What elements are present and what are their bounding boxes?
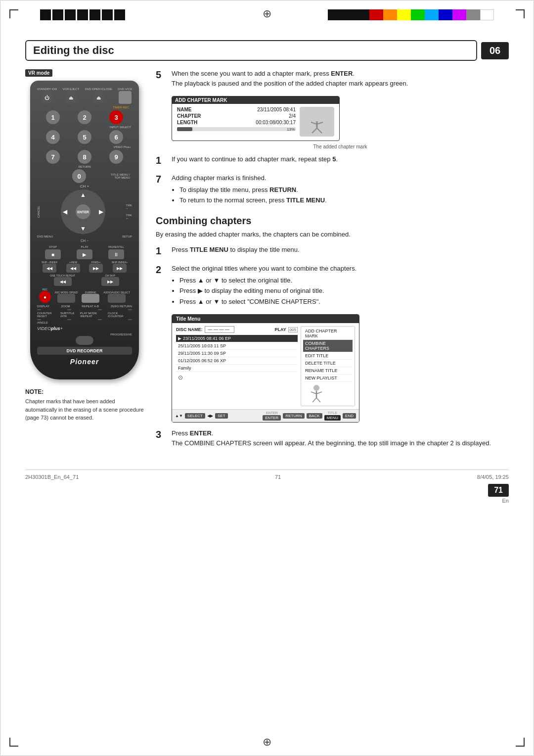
item-005: 005 bbox=[288, 327, 298, 332]
remote-control: STANDBY /ON ⏻ VCR EJECT ⏏ DVD OPEN /CLOS… bbox=[30, 81, 139, 379]
header-section: Editing the disc 06 bbox=[25, 40, 509, 61]
step-7-bullets: To display the title menu, press RETURN.… bbox=[172, 185, 509, 205]
dvd-open-close-button[interactable]: ⏏ bbox=[92, 91, 105, 104]
add-chapter-chapter-row: CHAPTER 2/4 bbox=[177, 113, 296, 119]
vcr-eject-button[interactable]: ⏏ bbox=[64, 91, 77, 104]
one-touch-repeat-button[interactable]: ◀◀ bbox=[54, 277, 72, 286]
stop-button[interactable]: ■ bbox=[45, 249, 61, 259]
num-4-button[interactable]: 4 bbox=[46, 130, 60, 144]
combining-step-2-bullets: Press ▲ or ▼ to select the original titl… bbox=[172, 276, 509, 307]
title-option-add-chapter[interactable]: ADD CHAPTER MARK bbox=[303, 328, 353, 340]
cm-skip-button[interactable]: ▶▶ bbox=[101, 277, 119, 286]
step-6-bold: 5 bbox=[332, 155, 336, 163]
skip-fwd-button[interactable]: ▶▶ bbox=[113, 264, 127, 273]
combining-step-3-number: 3 bbox=[156, 428, 167, 440]
ch-plus-label: CH + bbox=[37, 184, 132, 189]
combining-step-1-number: 1 bbox=[156, 245, 167, 257]
subtitle-button[interactable] bbox=[67, 319, 71, 320]
ffwd-button[interactable]: ▶▶ bbox=[89, 264, 103, 273]
title-option-combine[interactable]: COMBINE CHAPTERS bbox=[303, 340, 353, 352]
page-title: Editing the disc bbox=[25, 40, 477, 61]
title-option-delete[interactable]: DELETE TITLE bbox=[303, 360, 353, 367]
footer-title-menu-btn[interactable]: MENU bbox=[324, 415, 341, 421]
pause-button[interactable]: ⏸ bbox=[108, 249, 124, 259]
clock-button[interactable] bbox=[128, 319, 132, 320]
zero-return-button[interactable] bbox=[128, 309, 132, 310]
dvd-menu-label: DVD MENU bbox=[37, 235, 53, 238]
standby-button[interactable]: ⏻ bbox=[41, 91, 53, 104]
page-wrapper: Editing the disc 06 VR mode STANDBY /ON … bbox=[0, 0, 534, 756]
footer-back-btn[interactable]: BACK bbox=[307, 413, 322, 419]
title-menu-img-area bbox=[303, 384, 353, 405]
num-5-button[interactable]: 5 bbox=[78, 130, 91, 144]
vr-mode-badge: VR mode bbox=[25, 69, 52, 77]
title-menu-item-2[interactable]: 29/11/2005 11:30 09 SP bbox=[176, 350, 298, 357]
title-menu-item-1[interactable]: 25/11/2005 10:03 11 SP bbox=[176, 342, 298, 350]
footer-select-btn[interactable]: SELECT bbox=[185, 413, 205, 419]
num-1-button[interactable]: 1 bbox=[46, 110, 60, 124]
repeat-ab-button[interactable] bbox=[98, 309, 102, 310]
right-column: 5 When the scene you want to add a chapt… bbox=[156, 69, 509, 455]
color-swatch-orange bbox=[383, 9, 397, 20]
left-column: VR mode STANDBY /ON ⏻ VCR EJECT ⏏ DVD OP… bbox=[25, 69, 144, 455]
audio-select-button[interactable] bbox=[108, 294, 126, 303]
clock-counter-label: CLOCK /COUNTER bbox=[108, 312, 132, 318]
black-swatch bbox=[114, 9, 125, 20]
num-7-button[interactable]: 7 bbox=[46, 150, 60, 164]
footer-return-btn[interactable]: RETURN bbox=[283, 413, 304, 419]
combining-step-3: 3 Press ENTER. The COMBINE CHAPTERS scre… bbox=[156, 428, 509, 448]
title-menu-item-0[interactable]: ▶ 23/11/2005 08:41 06 EP bbox=[176, 335, 298, 342]
dvd-vcr-button[interactable] bbox=[119, 91, 132, 104]
dvd-open-close-label: DVD OPEN /CLOSE bbox=[85, 88, 112, 91]
title-item-0-date: 23/11/2005 08:41 06 EP bbox=[183, 336, 231, 341]
ch-minus-label: CH − bbox=[37, 239, 132, 242]
disc-name-label: DISC NAME: bbox=[176, 327, 203, 332]
black-swatch bbox=[102, 9, 113, 20]
en-label: En bbox=[25, 498, 509, 504]
nav-down-button[interactable]: ▼ bbox=[80, 225, 86, 232]
title-menu-item-3[interactable]: 01/12/2005 06:52 06 XP bbox=[176, 357, 298, 365]
title-option-playlist[interactable]: NEW PLAYLIST bbox=[303, 375, 353, 382]
combining-step-1: 1 Press TITLE MENU to display the title … bbox=[156, 245, 509, 257]
num-6-button[interactable]: 6 bbox=[109, 130, 123, 144]
nav-left-button[interactable]: ◀ bbox=[63, 208, 67, 215]
play-mode-button[interactable] bbox=[98, 319, 102, 320]
note-box: NOTE: Chapter marks that have been added… bbox=[25, 388, 144, 422]
num-2-button[interactable]: 2 bbox=[78, 110, 91, 124]
dvd-vcr-label: DVD /VCR bbox=[118, 88, 132, 91]
zoom-button[interactable] bbox=[67, 309, 71, 310]
footer-end-btn[interactable]: END bbox=[343, 413, 356, 419]
title-menu-item-4[interactable]: Family bbox=[176, 365, 298, 372]
rew-button[interactable]: ◀◀ bbox=[66, 264, 80, 273]
enter-button[interactable]: ENTER bbox=[76, 204, 90, 219]
add-chapter-body: NAME 23/11/2005 08:41 CHAPTER 2/4 LENGTH… bbox=[177, 107, 334, 137]
play-button[interactable]: ▶ bbox=[77, 249, 92, 259]
rec-mode-button[interactable] bbox=[57, 294, 75, 303]
add-chapter-mark-container: ADD CHAPTER MARK NAME 23/11/2005 08:41 C… bbox=[172, 96, 509, 149]
footer-set-btn[interactable]: SET bbox=[215, 413, 228, 419]
skip-back-button[interactable]: ◀◀ bbox=[43, 264, 56, 273]
title-menu-left: DISC NAME: — — — — PLAY 005 ▶ 23/11/2005… bbox=[176, 326, 298, 406]
dubbing-button[interactable] bbox=[82, 294, 99, 303]
num-9-button[interactable]: 9 bbox=[109, 150, 123, 164]
title-menu-right: ADD CHAPTER MARK COMBINE CHAPTERS EDIT T… bbox=[301, 326, 355, 406]
num-0-button[interactable]: 0 bbox=[72, 169, 86, 183]
footer-enter-btn[interactable]: ENTER bbox=[263, 415, 281, 421]
add-chapter-image bbox=[300, 107, 334, 137]
title-option-edit[interactable]: EDIT TITLE bbox=[303, 352, 353, 360]
display-label: DISPLAY bbox=[37, 305, 49, 308]
combine-bullet1: Press ▲ or ▼ to select the original titl… bbox=[179, 276, 509, 285]
num-3-button[interactable]: 3 bbox=[109, 110, 123, 124]
progressive-button[interactable] bbox=[76, 336, 93, 345]
color-swatch-red bbox=[369, 9, 383, 20]
title-option-rename[interactable]: RENAME TITLE bbox=[303, 367, 353, 375]
nav-right-button[interactable]: ▶ bbox=[99, 208, 103, 215]
title-skater-icon bbox=[303, 384, 330, 404]
step-5-content: When the scene you want to add a chapter… bbox=[172, 69, 509, 88]
num-8-button[interactable]: 8 bbox=[78, 150, 91, 164]
counter-reset-button[interactable] bbox=[37, 319, 41, 320]
display-button[interactable] bbox=[37, 309, 41, 310]
rec-button[interactable]: ● bbox=[39, 291, 51, 303]
add-chapter-chapter-label: CHAPTER bbox=[177, 113, 201, 119]
nav-up-button[interactable]: ▲ bbox=[80, 191, 86, 198]
